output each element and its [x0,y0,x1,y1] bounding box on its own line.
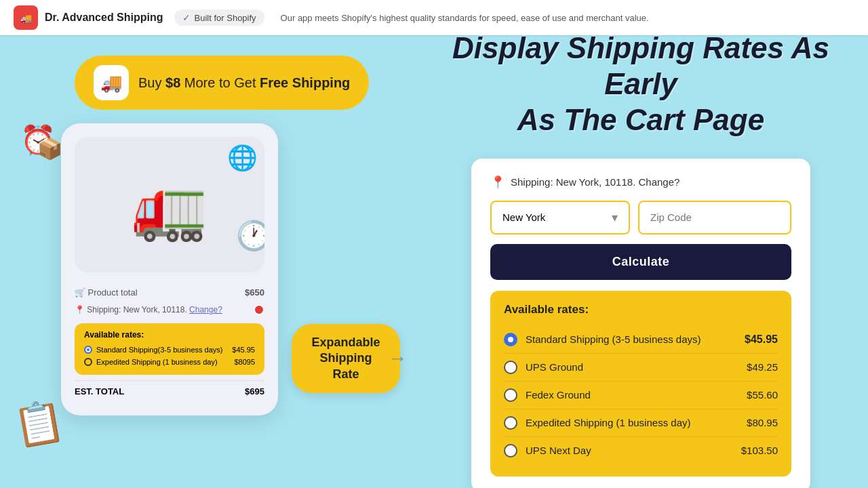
header: 🚚 Dr. Advanced Shipping ✓ Built for Shop… [0,0,868,35]
banner-amount: $8 [165,75,180,90]
pin-icon: 📍 [490,175,505,190]
phone-rates-title: Available rates: [84,330,255,340]
red-dot-indicator [254,304,264,315]
rate-name-4: UPS Next Day [526,445,591,456]
app-logo-icon: 🚚 [14,5,38,30]
shopify-badge: ✓ Built for Shopify [174,9,264,26]
calculate-button[interactable]: Calculate [490,244,791,280]
rate-price-4: $103.50 [741,445,778,456]
headline-line1: Display Shipping Rates As Early [448,30,834,102]
rate-name-0: Standard Shipping (3-5 business days) [526,333,701,345]
truck-3d-icon: 🚛 [132,173,208,244]
rate-name-2: Fedex Ground [526,389,591,401]
change-link[interactable]: Change? [189,305,222,314]
rate-row-3[interactable]: Expedited Shipping (1 business day) $80.… [504,409,778,437]
rate-row-2-left: Fedex Ground [504,388,591,402]
rate-row-3-left: Expedited Shipping (1 business day) [504,416,691,430]
est-total-row: EST. TOTAL $695 [75,380,264,402]
phone-rate-name-0: Standard Shipping(3-5 business days) [96,346,223,354]
radio-unselected-3 [504,416,517,430]
est-total-label: EST. TOTAL [75,386,124,396]
main-content: ⏰ 📦 🚚 Buy $8 More to Get Free Shipping 🚛… [0,35,868,488]
radio-unselected-2 [504,388,517,402]
rate-row-4[interactable]: UPS Next Day $103.50 [504,437,778,464]
rate-name-3: Expedited Shipping (1 business day) [526,417,691,428]
rate-row-1-left: UPS Ground [504,361,583,374]
shipping-info-text: Shipping: New York, 10118. Change? [511,176,679,188]
left-section: ⏰ 📦 🚚 Buy $8 More to Get Free Shipping 🚛… [0,35,434,488]
banner-text: Buy $8 More to Get Free Shipping [138,75,350,91]
rate-price-2: $55.60 [747,389,778,401]
clock-3d-icon: 🕐 [236,219,264,252]
product-total-value: $650 [245,287,264,298]
headline-line2: As The Cart Page [448,102,834,138]
header-description: Our app meets Shopify's highest quality … [281,13,649,23]
radio-unselected-4 [504,444,517,458]
shopify-check-icon: ✓ [182,12,191,23]
phone-rate-name-1: Expedited Shipping (1 business day) [96,358,218,366]
phone-shipping-info: 📍 Shipping: New York, 10118. Change? [75,305,222,314]
radio-selected-0 [504,333,517,346]
rate-name-1: UPS Ground [526,361,583,373]
rate-row-2[interactable]: Fedex Ground $55.60 [504,382,778,409]
deco-clipboard-icon: 📋 [9,395,68,451]
arrow-right-icon: → [388,346,407,371]
state-select[interactable]: New York ▾ [490,201,630,235]
radio-unselected-icon [84,358,92,366]
product-total-row: 🛒 Product total $650 [75,283,264,302]
svg-text:🚚: 🚚 [20,13,33,24]
input-row: New York ▾ [490,201,791,235]
radio-selected-icon [84,346,92,354]
phone-shipping-row: 📍 Shipping: New York, 10118. Change? [75,302,264,318]
app-title: Dr. Advanced Shipping [45,12,163,24]
radio-unselected-1 [504,361,517,374]
expandable-bubble: Expandable Shipping Rate → [292,324,400,393]
rate-price-0: $45.95 [745,333,778,346]
rate-price-3: $80.95 [747,417,778,428]
available-rates-title: Available rates: [504,303,778,317]
free-shipping-banner: 🚚 Buy $8 More to Get Free Shipping [75,56,369,110]
right-section: Display Shipping Rates As Early As The C… [434,35,868,488]
phone-rate-item-1[interactable]: Expedited Shipping (1 business day) $809… [84,356,255,368]
deco-boxes-icon: 📦 [37,137,62,161]
banner-free-text: Free Shipping [260,75,350,90]
zip-code-input[interactable] [638,201,791,235]
logo-area: 🚚 Dr. Advanced Shipping [14,5,163,30]
shipping-label-row: 📍 Shipping: New York, 10118. Change? [490,175,791,190]
available-rates-section: Available rates: Standard Shipping (3-5 … [490,291,791,476]
phone-mockup: 🚛 🌐 🕐 🛒 Product total $650 📍 Shipping: N… [61,123,278,415]
rate-price-1: $49.25 [747,361,778,373]
phone-rate-price-1: $8095 [234,358,255,366]
chevron-down-icon: ▾ [612,210,618,225]
phone-rate-item-0[interactable]: Standard Shipping(3-5 business days) $45… [84,344,255,356]
rate-row-4-left: UPS Next Day [504,444,591,458]
state-value: New York [502,211,545,223]
product-total-label: 🛒 Product total [75,287,138,298]
rate-row-0[interactable]: Standard Shipping (3-5 business days) $4… [504,326,778,354]
globe-icon: 🌐 [227,144,258,172]
expandable-line1: Expandable [307,335,385,350]
phone-rate-price-0: $45.95 [232,346,255,354]
phone-rates-box: Available rates: Standard Shipping(3-5 b… [75,323,264,375]
expandable-line2: Shipping Rate [307,350,385,382]
main-headline: Display Shipping Rates As Early As The C… [448,30,834,138]
rate-calculator-card: 📍 Shipping: New York, 10118. Change? New… [471,159,810,488]
shopify-label: Built for Shopify [195,13,256,23]
est-total-value: $695 [245,386,264,396]
phone-image-area: 🚛 🌐 🕐 [75,137,264,272]
rate-row-1[interactable]: UPS Ground $49.25 [504,354,778,382]
rate-row-0-left: Standard Shipping (3-5 business days) [504,333,701,346]
banner-truck-icon: 🚚 [94,65,129,100]
